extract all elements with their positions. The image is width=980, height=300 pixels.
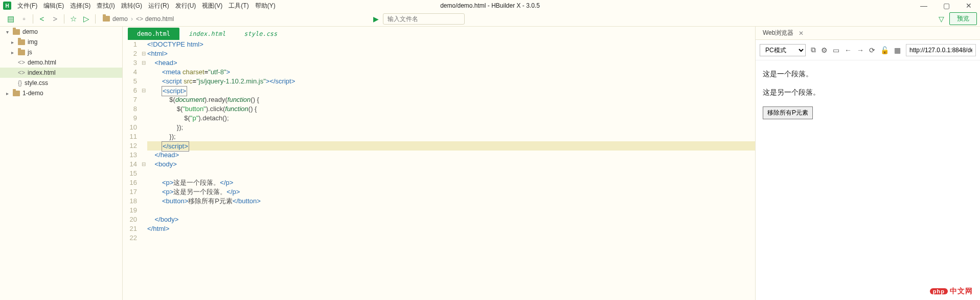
chevron-icon[interactable]: ▸ (9, 50, 15, 55)
line-number: 13 (123, 151, 137, 160)
line-number: 7 (123, 95, 137, 104)
menu-item[interactable]: 发行(U) (172, 2, 199, 9)
code-line[interactable]: <!DOCTYPE html> (147, 40, 755, 49)
line-number: 20 (123, 215, 137, 224)
run-icon[interactable]: ▷ (80, 12, 93, 26)
back-icon[interactable]: ← (845, 46, 852, 54)
tree-row[interactable]: <>demo.html (0, 57, 122, 68)
filter-icon[interactable]: ▽ (939, 15, 944, 23)
menu-item[interactable]: 跳转(G) (118, 2, 145, 9)
nav-back-icon[interactable]: < (35, 12, 49, 26)
device-icon[interactable]: ▭ (833, 46, 839, 54)
menu-item[interactable]: 工具(T) (225, 2, 252, 9)
preview-paragraph: 这是一个段落。 (763, 70, 973, 79)
code-line[interactable]: $(document).ready(function() { (147, 95, 755, 104)
menu-item[interactable]: 编辑(E) (40, 2, 67, 9)
code-line[interactable]: }); (147, 132, 755, 141)
menu-item[interactable]: 运行(R) (145, 2, 172, 9)
code-editor[interactable]: 12345678910111213141516171819202122 ⊟⊟⊟⊟… (123, 40, 755, 300)
code-line[interactable]: $("button").click(function() { (147, 104, 755, 114)
toolbar: ▤ ▫ < > ☆ ▷ demo › <> demo.html ▶ ▽ 预览 (0, 11, 980, 27)
preview-mode-select[interactable]: PC模式 (760, 44, 806, 56)
tree-row[interactable]: ▾demo (0, 27, 122, 37)
file-search-input[interactable] (383, 13, 465, 25)
code-line[interactable]: </body> (147, 215, 755, 224)
code-line[interactable]: $("p").detach(); (147, 114, 755, 123)
code-line[interactable]: </script> (147, 141, 755, 151)
menu-item[interactable]: 帮助(Y) (252, 2, 279, 9)
line-number: 19 (123, 206, 137, 215)
menu-item[interactable]: 选择(S) (67, 2, 94, 9)
remove-p-button[interactable]: 移除所有P元素 (763, 106, 813, 119)
maximize-icon[interactable]: ▢ (935, 0, 958, 11)
nav-forward-icon[interactable]: > (49, 12, 62, 26)
line-number: 2 (123, 49, 137, 58)
new-file-icon[interactable]: ▤ (4, 12, 17, 26)
breadcrumb-item[interactable]: demo (112, 15, 128, 23)
breadcrumb-item[interactable]: demo.html (145, 15, 174, 23)
chevron-icon[interactable]: ▸ (4, 91, 10, 96)
editor-tab[interactable]: index.html (179, 28, 235, 40)
app-logo: H (3, 2, 11, 10)
menu-item[interactable]: 查找(I) (94, 2, 118, 9)
menu-item[interactable]: 文件(F) (14, 2, 40, 9)
code-line[interactable]: </head> (147, 151, 755, 160)
editor-tab[interactable]: style.css (235, 28, 286, 40)
preview-tab-label[interactable]: Web浏览器 (760, 29, 796, 37)
fold-toggle-icon[interactable]: ⊟ (140, 49, 147, 58)
tree-row[interactable]: <>index.html (0, 68, 122, 78)
fold-toggle-icon[interactable]: ⊟ (140, 160, 147, 169)
preview-content: 这是一个段落。 这是另一个段落。 移除所有P元素 (756, 60, 980, 300)
code-line[interactable]: <meta charset="utf-8"> (147, 68, 755, 77)
gear-icon[interactable]: ⚙ (821, 46, 828, 54)
tree-row[interactable]: ▸img (0, 37, 122, 47)
fold-toggle-icon[interactable]: ⊟ (140, 86, 147, 95)
code-line[interactable]: <script> (147, 86, 755, 95)
fold-toggle-icon (140, 132, 147, 141)
preview-paragraph: 这是另一个段落。 (763, 88, 973, 97)
tree-row[interactable]: ▸1-demo (0, 88, 122, 98)
watermark-badge: php (930, 288, 948, 294)
preview-panel: Web浏览器 ✕ PC模式 ⧉ ⚙ ▭ ← → ⟳ 🔓 ▦ 这是一个段落。 这是… (755, 27, 980, 300)
star-icon[interactable]: ☆ (66, 12, 80, 26)
code-line[interactable]: }); (147, 123, 755, 132)
refresh-icon[interactable]: ⟳ (869, 46, 875, 54)
code-line[interactable] (147, 233, 755, 243)
file-icon: <> (18, 59, 25, 66)
fold-toggle-icon[interactable]: ⊟ (140, 58, 147, 68)
line-number: 1 (123, 40, 137, 49)
qr-icon[interactable]: ▦ (894, 46, 901, 54)
close-icon[interactable]: ✕ (958, 0, 980, 11)
chevron-icon[interactable]: ▸ (9, 39, 15, 45)
code-line[interactable]: <head> (147, 58, 755, 68)
code-line[interactable]: <button>移除所有P元素</button> (147, 197, 755, 206)
menu-item[interactable]: 视图(V) (199, 2, 225, 9)
code-content[interactable]: <!DOCTYPE html><html> <head> <meta chars… (147, 40, 755, 300)
preview-url-input[interactable] (906, 44, 976, 56)
tree-row[interactable]: {}style.css (0, 78, 122, 88)
code-line[interactable]: <html> (147, 49, 755, 58)
lock-icon[interactable]: 🔓 (880, 46, 889, 54)
close-icon[interactable]: ✕ (799, 30, 804, 37)
preview-button[interactable]: 预览 (949, 12, 977, 25)
line-number: 6 (123, 86, 137, 95)
run-target-icon[interactable]: ▶ (373, 15, 379, 23)
code-line[interactable]: <body> (147, 160, 755, 169)
editor-tabs: demo.htmlindex.htmlstyle.css (123, 27, 755, 40)
editor-tab[interactable]: demo.html (128, 28, 179, 40)
chevron-icon[interactable]: ▾ (4, 29, 10, 35)
new-window-icon[interactable]: ⧉ (811, 46, 816, 54)
code-line[interactable]: <p>这是另一个段落。</p> (147, 187, 755, 197)
file-icon: {} (18, 79, 22, 87)
forward-icon[interactable]: → (857, 46, 864, 54)
code-line[interactable] (147, 169, 755, 178)
minimize-icon[interactable]: — (913, 0, 935, 11)
fold-toggle-icon (140, 114, 147, 123)
tree-row[interactable]: ▸js (0, 47, 122, 57)
save-icon[interactable]: ▫ (17, 12, 31, 26)
code-line[interactable]: </html> (147, 224, 755, 233)
code-line[interactable]: <p>这是一个段落。</p> (147, 178, 755, 187)
code-line[interactable] (147, 206, 755, 215)
code-line[interactable]: <script src="js/jquery-1.10.2.min.js"></… (147, 77, 755, 86)
fold-toggle-icon (140, 141, 147, 151)
